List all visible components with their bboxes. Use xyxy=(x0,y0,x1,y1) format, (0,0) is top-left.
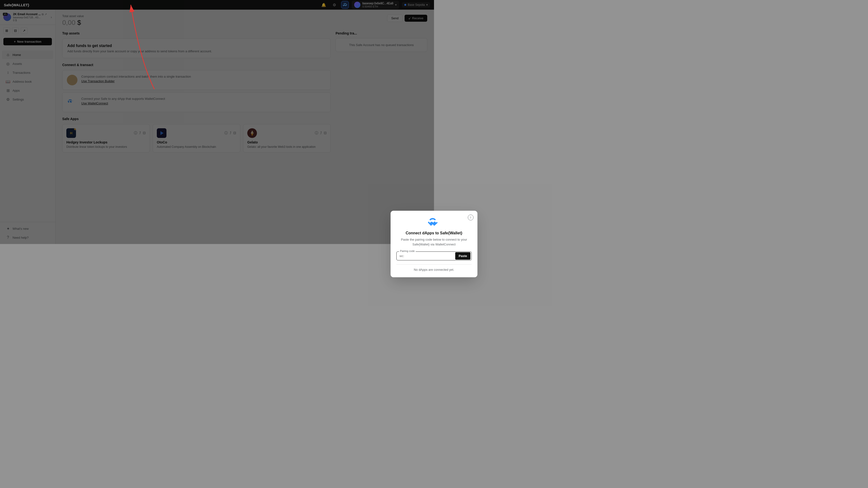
modal-desc: Paste the pairing code below to connect … xyxy=(396,237,434,244)
modal-title: Connect dApps to Safe{Wallet} xyxy=(396,231,434,235)
walletconnect-modal: i Connect dApps to Safe{Wallet} Paste th… xyxy=(391,211,434,244)
modal-wc-logo xyxy=(396,218,434,227)
modal-overlay[interactable]: i Connect dApps to Safe{Wallet} Paste th… xyxy=(0,0,434,244)
